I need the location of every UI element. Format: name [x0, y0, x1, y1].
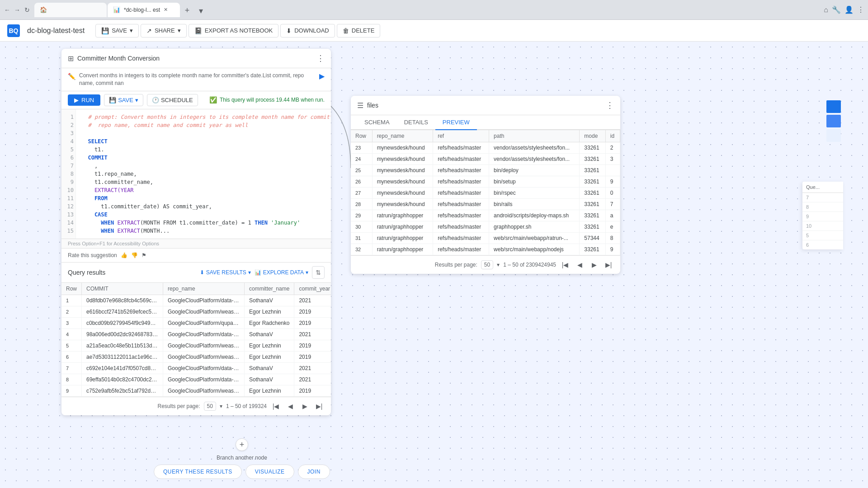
save-label: SAVE [112, 27, 127, 34]
files-cell-row-num: 31 [351, 233, 372, 244]
forward-button[interactable]: → [14, 6, 21, 14]
delete-label: DELETE [352, 27, 375, 34]
explore-data-button[interactable]: 📊 EXPLORE DATA ▾ [255, 269, 308, 276]
delete-button[interactable]: 🗑 DELETE [337, 24, 381, 38]
cell-commit: 69effa5014b0c82c4700dc283... [82, 374, 163, 385]
files-cell-id: 7 [605, 199, 620, 210]
side-strip-btn-2[interactable] [826, 115, 841, 127]
results-per-page-select[interactable]: 50 [204, 402, 216, 411]
cell-commit: 0d8fdb07e968c8fcb4c569cbb... [82, 295, 163, 306]
partial-panel-header: Que... [802, 182, 843, 193]
tab-schema[interactable]: SCHEMA [357, 115, 397, 130]
files-col-header-repo: repo_name [372, 130, 433, 142]
save-button[interactable]: 💾 SAVE ▾ [95, 24, 139, 38]
files-dropdown-icon[interactable]: ▾ [497, 262, 500, 268]
code-editor[interactable]: 12345 678910 1112131415 # prompt: Conver… [61, 109, 331, 239]
new-tab-button[interactable]: + [181, 5, 193, 17]
schedule-button[interactable]: 🕐 SCHEDULE [147, 94, 198, 106]
prompt-run-icon[interactable]: ▶ [319, 72, 325, 80]
files-panel-tabs: SCHEMA DETAILS PREVIEW [351, 115, 620, 130]
partial-row-7: 7 [802, 193, 843, 202]
browser-right-icons: ⌂ 🔧 👤 ⋮ [824, 5, 864, 14]
back-button[interactable]: ← [4, 6, 11, 14]
tab-home[interactable]: 🏠 [34, 3, 107, 17]
results-pagination: Results per page: 50 ▾ 1 – 50 of 199324 … [61, 397, 331, 415]
tab-close-button[interactable]: ✕ [164, 7, 168, 13]
schedule-icon: 🕐 [152, 97, 159, 103]
table-row: 9 c752e9afb5fe2bc51af792d23f... GoogleCl… [61, 385, 331, 396]
browser-profile-icon[interactable]: 👤 [844, 5, 854, 14]
results-title: Query results [68, 269, 196, 276]
files-panel-menu-button[interactable]: ⋮ [606, 100, 614, 110]
query-panel-menu-button[interactable]: ⋮ [316, 53, 325, 63]
cell-commit-year: 2019 [294, 317, 331, 328]
reload-button[interactable]: ↻ [24, 6, 31, 14]
thumbs-down-icon[interactable]: 👎 [131, 252, 138, 258]
browser-more-icon[interactable]: ⋮ [857, 5, 864, 14]
visualize-button[interactable]: VISUALIZE [245, 465, 294, 479]
run-button[interactable]: ▶ RUN [68, 94, 100, 106]
cell-row-num: 3 [61, 317, 82, 328]
thumbs-up-icon[interactable]: 👍 [121, 252, 127, 258]
files-last-page-button[interactable]: ▶| [603, 259, 614, 270]
prev-page-button[interactable]: ◀ [285, 401, 296, 412]
cell-committer-name: Egor Lezhnin [245, 351, 294, 362]
files-cell-id [605, 165, 620, 176]
browser-extension-icon[interactable]: 🔧 [832, 5, 841, 14]
files-cell-mode: 33261 [580, 176, 606, 188]
cell-commit: 98a006ed00d2dc9246878398... [82, 328, 163, 340]
save-results-dropdown[interactable]: ▾ [248, 269, 251, 276]
cell-commit-year: 2021 [294, 374, 331, 385]
side-strip-btn-1[interactable] [826, 100, 841, 113]
explore-dropdown[interactable]: ▾ [306, 269, 308, 276]
side-strip-btn-3[interactable] [826, 129, 841, 142]
files-prev-page-button[interactable]: ◀ [574, 259, 585, 270]
results-dropdown-icon[interactable]: ▾ [220, 403, 222, 409]
bottom-buttons: QUERY THESE RESULTS VISUALIZE JOIN [154, 465, 330, 479]
query-save-button[interactable]: 💾 SAVE ▾ [104, 94, 143, 106]
files-next-page-button[interactable]: ▶ [589, 259, 599, 270]
files-per-page-select[interactable]: 50 [481, 260, 493, 269]
join-button[interactable]: JOIN [298, 465, 330, 479]
flag-icon[interactable]: ⚑ [142, 252, 146, 258]
files-cell-ref: refs/heads/master [433, 210, 489, 221]
cell-row-num: 8 [61, 374, 82, 385]
files-cell-row-num: 29 [351, 210, 372, 221]
query-save-dropdown[interactable]: ▾ [135, 97, 138, 103]
cell-commit-year: 2019 [294, 385, 331, 396]
save-results-button[interactable]: ⬇ SAVE RESULTS ▾ [200, 269, 251, 276]
export-notebook-button[interactable]: 📓 EXPORT AS NOTEBOOK [189, 24, 279, 38]
sort-button[interactable]: ⇅ [312, 266, 325, 279]
first-page-button[interactable]: |◀ [270, 401, 281, 412]
files-first-page-button[interactable]: |◀ [560, 259, 571, 270]
share-dropdown-icon[interactable]: ▾ [178, 27, 181, 34]
download-button[interactable]: ⬇ DOWNLOAD [280, 24, 335, 38]
tab-details[interactable]: DETAILS [397, 115, 435, 130]
cell-commit-year: 2019 [294, 306, 331, 317]
last-page-button[interactable]: ▶| [314, 401, 325, 412]
share-button[interactable]: ↗ SHARE ▾ [141, 24, 187, 38]
cell-repo-name: GoogleCloudPlatform/data-sci-... [163, 295, 245, 306]
header-toolbar: 💾 SAVE ▾ ↗ SHARE ▾ 📓 EXPORT AS NOTEBOOK … [95, 24, 380, 38]
files-cell-repo: ratrun/graphhopper [372, 210, 433, 221]
tab-menu-button[interactable]: ▾ [194, 5, 207, 17]
next-page-button[interactable]: ▶ [299, 401, 310, 412]
add-node-button[interactable]: + [236, 438, 248, 451]
files-panel: ☰ files ⋮ SCHEMA DETAILS PREVIEW Row rep… [351, 96, 620, 274]
col-header-row: Row [61, 283, 82, 295]
cell-committer-name: Egor Lezhnin [245, 385, 294, 396]
files-cell-row-num: 24 [351, 154, 372, 165]
save-dropdown-icon[interactable]: ▾ [130, 27, 133, 34]
process-info: ✅ This query will process 19.44 MB when … [209, 96, 325, 103]
files-col-header-mode: mode [580, 130, 606, 142]
table-row: 7 c692e104e141d7f0507cd8ead... GoogleClo… [61, 362, 331, 374]
files-table: Row repo_name ref path mode id 23 mynews… [351, 130, 620, 255]
browser-home-icon[interactable]: ⌂ [824, 6, 828, 14]
files-cell-path: vendor/assets/stylesheets/fon... [489, 142, 580, 154]
cell-committer-name: Egor Lezhnin [245, 306, 294, 317]
query-results-button[interactable]: QUERY THESE RESULTS [154, 465, 242, 479]
files-pagination: Results per page: 50 ▾ 1 – 50 of 2309424… [351, 255, 620, 274]
code-line-7: , [81, 162, 326, 170]
tab-preview[interactable]: PREVIEW [435, 115, 477, 130]
tab-query[interactable]: 📊 *dc-blog-l... est ✕ [108, 3, 180, 17]
